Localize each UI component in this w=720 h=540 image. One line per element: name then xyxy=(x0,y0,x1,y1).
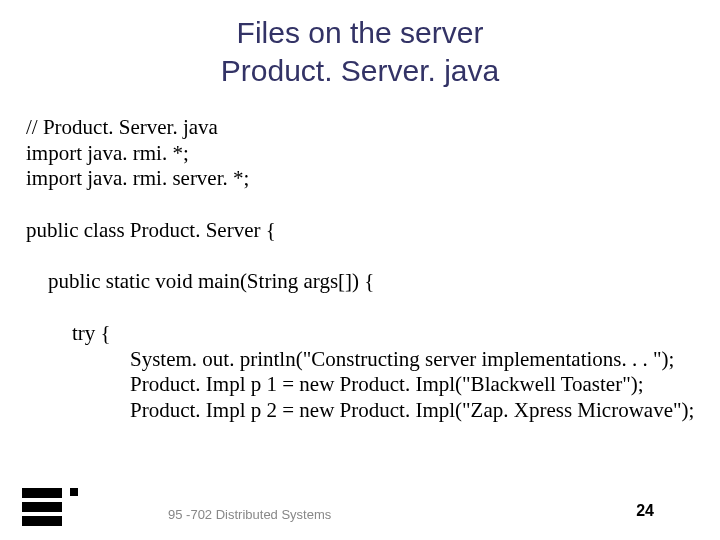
slide-title: Files on the server Product. Server. jav… xyxy=(0,0,720,89)
footer-course-text: 95 -702 Distributed Systems xyxy=(168,507,331,522)
code-line: System. out. println("Constructing serve… xyxy=(26,347,720,373)
code-line: Product. Impl p 2 = new Product. Impl("Z… xyxy=(26,398,720,424)
code-line: public class Product. Server { xyxy=(26,218,720,244)
title-line-1: Files on the server xyxy=(0,14,720,52)
title-line-2: Product. Server. java xyxy=(0,52,720,90)
cmu-logo-icon xyxy=(22,484,86,526)
code-line: Product. Impl p 1 = new Product. Impl("B… xyxy=(26,372,720,398)
page-number: 24 xyxy=(636,502,654,520)
code-line: // Product. Server. java xyxy=(26,115,720,141)
code-line: import java. rmi. *; xyxy=(26,141,720,167)
slide: Files on the server Product. Server. jav… xyxy=(0,0,720,540)
code-block: // Product. Server. java import java. rm… xyxy=(26,115,720,423)
code-line: public static void main(String args[]) { xyxy=(26,269,720,295)
code-line: try { xyxy=(26,321,720,347)
code-line: import java. rmi. server. *; xyxy=(26,166,720,192)
